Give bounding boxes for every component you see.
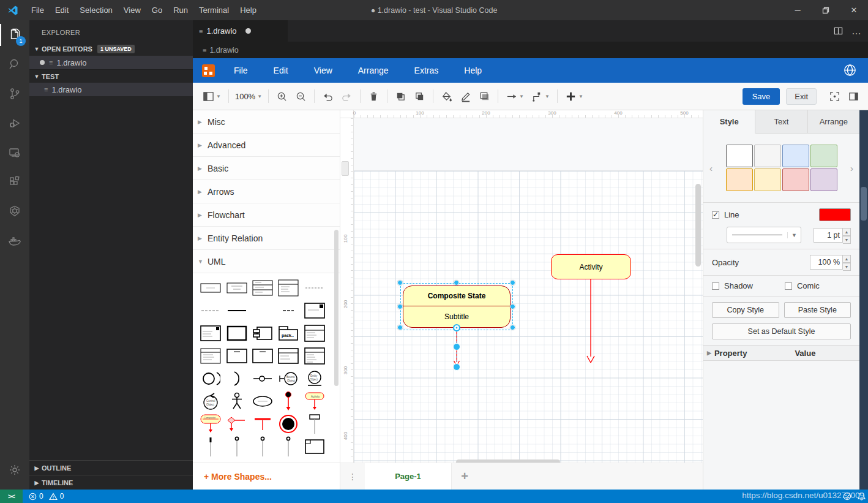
undo-button[interactable]: [318, 87, 337, 105]
menu-edit[interactable]: Edit: [50, 0, 74, 20]
drawio-menu-arrange[interactable]: Arrange: [345, 66, 402, 75]
uml-shape-list[interactable]: [199, 346, 222, 366]
uml-shape-class-4[interactable]: [303, 346, 326, 366]
uml-shape-actor[interactable]: [225, 391, 249, 412]
zoom-out-button[interactable]: [291, 87, 310, 105]
section-flowchart[interactable]: ▶Flowchart: [193, 203, 340, 227]
uml-shape-package[interactable]: pack..: [277, 323, 300, 344]
uml-shape-lifeline-pin-1[interactable]: [225, 436, 249, 457]
webview-scrollbar[interactable]: [859, 110, 868, 490]
extensions-icon[interactable]: [0, 167, 29, 197]
zoom-in-button[interactable]: [272, 87, 291, 105]
swatch-gray[interactable]: [754, 145, 781, 167]
canvas-vertical-scrollbar[interactable]: [695, 184, 701, 267]
swatch-white[interactable]: [726, 145, 753, 167]
uml-shape-composite-state-preview[interactable]: Composite: [199, 414, 222, 434]
uml-shape-lollipop[interactable]: [251, 368, 274, 389]
remote-indicator[interactable]: ><: [0, 490, 23, 503]
uml-shape-condition[interactable]: [225, 414, 249, 434]
add-page-button[interactable]: +: [452, 463, 477, 490]
kubernetes-icon[interactable]: [0, 197, 29, 226]
swatch-red[interactable]: [782, 168, 809, 191]
uml-shape-class-3[interactable]: [277, 346, 300, 366]
uml-shape-lifeline-pin-2[interactable]: [251, 436, 274, 457]
view-button[interactable]: ▼: [199, 87, 225, 105]
to-back-button[interactable]: [410, 87, 429, 105]
uml-shape-object-lifeline[interactable]: [303, 414, 326, 434]
run-debug-icon[interactable]: [0, 108, 29, 138]
search-icon[interactable]: [0, 50, 29, 79]
selection-handle-se[interactable]: [510, 325, 515, 330]
remote-explorer-icon[interactable]: [0, 138, 29, 167]
tab-1drawio[interactable]: ≡ 1.drawio: [193, 20, 288, 42]
uml-shape-interface-class[interactable]: [303, 323, 326, 344]
uml-shape-field-text[interactable]: [303, 278, 326, 298]
uml-shape-boundary-object[interactable]: Bound.Object: [277, 368, 300, 389]
settings-gear-icon[interactable]: [0, 455, 29, 485]
uml-shape-required-interface[interactable]: [225, 368, 249, 389]
section-arrows[interactable]: ▶Arrows: [193, 180, 340, 203]
uml-shape-object[interactable]: [199, 278, 222, 298]
swatch-green[interactable]: [810, 145, 837, 167]
uml-shape-rectangle[interactable]: [225, 323, 249, 344]
insert-button[interactable]: ▼: [561, 87, 587, 105]
docker-icon[interactable]: [0, 226, 29, 255]
restore-button[interactable]: [812, 0, 840, 20]
drawio-menu-help[interactable]: Help: [451, 66, 495, 75]
selection-handle-n[interactable]: [454, 280, 459, 286]
uml-shape-frame[interactable]: [303, 436, 326, 457]
format-panel-toggle-icon[interactable]: [844, 87, 863, 105]
uml-shape-titled-rect-2[interactable]: [251, 346, 274, 366]
swatch-blue[interactable]: [782, 145, 809, 167]
close-button[interactable]: ✕: [840, 0, 868, 20]
menu-help[interactable]: Help: [234, 0, 262, 20]
problems-status[interactable]: 0 0: [29, 492, 64, 501]
menu-file[interactable]: File: [26, 0, 50, 20]
folder-test-header[interactable]: ▼ TEST: [29, 69, 193, 83]
outline-section[interactable]: ▶ OUTLINE: [29, 460, 193, 475]
page-tab-1[interactable]: Page-1: [365, 463, 452, 490]
set-default-style-button[interactable]: Set as Default Style: [712, 323, 851, 339]
to-front-button[interactable]: [391, 87, 410, 105]
line-style-select[interactable]: ▼: [727, 227, 801, 243]
menu-go[interactable]: Go: [146, 0, 168, 20]
uml-shape-entity-object[interactable]: EntityObject: [303, 368, 326, 389]
diagram-canvas[interactable]: 0 100 200 300 400 500 100 200 300 400: [340, 110, 703, 490]
menu-terminal[interactable]: Terminal: [193, 0, 234, 20]
tab-arrange[interactable]: Arrange: [808, 110, 859, 134]
page-area[interactable]: Activity Composite State Subtitle: [354, 118, 703, 490]
more-actions-icon[interactable]: …: [851, 26, 862, 37]
activity-arrow-edge[interactable]: [583, 279, 599, 365]
split-editor-icon[interactable]: [834, 26, 843, 36]
drawio-menu-view[interactable]: View: [301, 66, 345, 75]
connection-arrow-button[interactable]: ▼: [502, 87, 528, 105]
selection-handle-e[interactable]: [510, 304, 515, 309]
more-shapes-button[interactable]: + More Shapes...: [193, 463, 340, 490]
uml-shape-class[interactable]: [225, 278, 249, 298]
tab-text[interactable]: Text: [755, 110, 807, 134]
uml-shape-activity-preview[interactable]: Activity: [303, 391, 326, 412]
line-color-swatch[interactable]: [819, 208, 851, 221]
opacity-input[interactable]: 100 %: [810, 255, 843, 270]
zoom-level-button[interactable]: 100% ▼: [233, 87, 264, 105]
fill-color-button[interactable]: [437, 87, 456, 105]
uml-shape-text[interactable]: [199, 300, 222, 321]
canvas-node-activity[interactable]: Activity: [551, 254, 631, 279]
menu-run[interactable]: Run: [168, 0, 193, 20]
shadow-button[interactable]: [475, 87, 494, 105]
uml-shape-titled-rect[interactable]: [225, 346, 249, 366]
uml-shape-component[interactable]: [251, 323, 274, 344]
save-button[interactable]: Save: [743, 88, 780, 105]
swatch-yellow[interactable]: [754, 168, 781, 191]
uml-shape-activation-bar[interactable]: [199, 436, 222, 457]
uml-shape-divider-line[interactable]: [225, 300, 249, 321]
delete-button[interactable]: [364, 87, 383, 105]
swatch-purple[interactable]: [810, 168, 837, 191]
uml-shape-fork-join[interactable]: [251, 414, 274, 434]
breadcrumb[interactable]: ≡ 1.drawio: [193, 42, 868, 58]
drawio-menu-file[interactable]: File: [221, 66, 261, 75]
copy-style-button[interactable]: Copy Style: [712, 302, 779, 318]
drawio-menu-edit[interactable]: Edit: [261, 66, 301, 75]
canvas-node-composite-state[interactable]: Composite State Subtitle: [403, 286, 511, 328]
selection-handle-sw[interactable]: [397, 325, 403, 330]
